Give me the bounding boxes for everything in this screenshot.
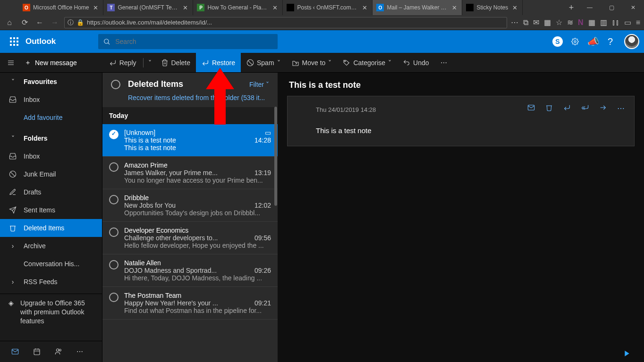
menu-icon[interactable]: ≡ bbox=[636, 18, 640, 27]
profile-avatar[interactable] bbox=[624, 34, 639, 49]
skype-icon[interactable]: S bbox=[552, 36, 563, 47]
browser-tab[interactable]: P How To General - Plan... ✕ bbox=[193, 0, 283, 15]
browser-extensions: ⋯ ⧉ ✉ ▦ ☆ ≋ N ▦ ▥ ⫿⫿ ▭ ≡ bbox=[511, 18, 640, 27]
reload-icon[interactable]: ⟳ bbox=[19, 17, 30, 28]
browser-tab[interactable]: Sticky Notes ✕ bbox=[462, 0, 523, 15]
ext-icon[interactable]: ≋ bbox=[567, 18, 573, 27]
sidebar-item-archive[interactable]: › Archive bbox=[0, 237, 102, 255]
time: 09:21 bbox=[254, 299, 271, 307]
message-item[interactable]: Amazon Prime James Walker, your Prime me… bbox=[102, 157, 278, 189]
home-icon[interactable]: ⌂ bbox=[4, 17, 15, 28]
spam-button[interactable]: Spam ˅ bbox=[241, 53, 286, 72]
sidebar-item-sent[interactable]: Sent Items bbox=[0, 201, 102, 219]
sidebar-item-inbox2[interactable]: Inbox bbox=[0, 147, 102, 165]
minimize-button[interactable]: — bbox=[579, 0, 601, 15]
tab-close-icon[interactable]: ✕ bbox=[92, 4, 99, 11]
select-all-checkbox[interactable] bbox=[111, 80, 120, 89]
message-item[interactable]: [Unknown]▭ This is a test note14:28 This… bbox=[102, 124, 278, 157]
recover-link[interactable]: Recover items deleted from this folder (… bbox=[102, 94, 278, 107]
app-launcher-icon[interactable] bbox=[5, 32, 24, 51]
more-icon[interactable]: ⋯ bbox=[76, 348, 83, 355]
reply-icon[interactable] bbox=[563, 104, 571, 113]
select-checkbox[interactable] bbox=[109, 162, 119, 172]
ext-icon[interactable]: ⧉ bbox=[523, 18, 528, 27]
settings-icon[interactable] bbox=[571, 38, 579, 45]
forward-icon[interactable] bbox=[599, 104, 607, 113]
message-item[interactable]: Dribbble New Jobs for You12:02 Opportuni… bbox=[102, 189, 278, 222]
search-box[interactable] bbox=[98, 34, 278, 49]
browser-tab[interactable]: T General (OnMSFT Team... ✕ bbox=[103, 0, 193, 15]
sidebar-item-rss[interactable]: › RSS Feeds bbox=[0, 273, 102, 291]
upgrade-button[interactable]: ◈ Upgrade to Office 365 with premium Out… bbox=[0, 294, 102, 330]
delete-message-icon[interactable] bbox=[545, 104, 553, 113]
sidebar-item-inbox[interactable]: Inbox bbox=[0, 91, 102, 109]
tab-close-icon[interactable]: ✕ bbox=[271, 4, 279, 11]
sidebar-item-drafts[interactable]: Drafts bbox=[0, 183, 102, 201]
svg-rect-23 bbox=[34, 349, 40, 355]
svg-rect-6 bbox=[10, 44, 12, 46]
folders-header[interactable]: ˅ Folders bbox=[0, 129, 102, 147]
forward-icon[interactable]: → bbox=[49, 17, 60, 28]
reply-all-icon[interactable] bbox=[581, 104, 589, 113]
reply-button[interactable]: Reply bbox=[103, 53, 142, 72]
undo-button[interactable]: Undo bbox=[397, 53, 434, 72]
ext-icon[interactable]: ✉ bbox=[533, 18, 539, 27]
ext-icon[interactable]: ▦ bbox=[588, 18, 595, 27]
tab-close-icon[interactable]: ✕ bbox=[450, 4, 458, 11]
tab-close-icon[interactable]: ✕ bbox=[511, 4, 518, 11]
ext-icon[interactable]: ▭ bbox=[624, 18, 631, 27]
sidebar-item-junk[interactable]: Junk Email bbox=[0, 165, 102, 183]
ext-icon[interactable]: ☆ bbox=[556, 18, 562, 27]
megaphone-icon[interactable]: 📣 bbox=[587, 36, 599, 47]
select-checkbox[interactable] bbox=[109, 260, 119, 269]
ext-icon[interactable]: ▦ bbox=[544, 18, 551, 27]
reply-more-button[interactable]: ˅ bbox=[144, 53, 155, 72]
onenote-icon[interactable]: N bbox=[578, 18, 584, 27]
more-message-icon[interactable]: ⋯ bbox=[617, 104, 625, 113]
new-tab-button[interactable]: + bbox=[564, 0, 579, 15]
tab-close-icon[interactable]: ✕ bbox=[181, 4, 189, 11]
browser-tab[interactable]: O Microsoft Office Home ✕ bbox=[19, 0, 103, 15]
move-to-button[interactable]: Move to ˅ bbox=[286, 53, 338, 72]
tab-label: Posts ‹ OnMSFT.com — Wo... bbox=[297, 4, 358, 11]
browser-tab[interactable]: Posts ‹ OnMSFT.com — Wo... ✕ bbox=[283, 0, 373, 15]
help-icon[interactable]: ? bbox=[608, 36, 613, 47]
ext-icon[interactable]: ▥ bbox=[600, 18, 607, 27]
scrollbar-thumb[interactable] bbox=[274, 107, 277, 206]
new-message-button[interactable]: ＋ New message bbox=[25, 59, 77, 67]
sidebar-item-deleted[interactable]: Deleted Items bbox=[0, 219, 102, 237]
more-actions-button[interactable]: ⋯ bbox=[435, 53, 453, 72]
add-favourite-button[interactable]: Add favourite bbox=[0, 109, 102, 126]
close-window-button[interactable]: ✕ bbox=[622, 0, 644, 15]
filter-button[interactable]: Filter ˅ bbox=[249, 81, 269, 88]
search-input[interactable] bbox=[114, 37, 273, 46]
people-icon[interactable] bbox=[55, 348, 62, 355]
hamburger-icon[interactable] bbox=[0, 59, 22, 67]
restore-button[interactable]: Restore bbox=[196, 53, 241, 72]
browser-titlebar: O Microsoft Office Home ✕T General (OnMS… bbox=[0, 0, 644, 15]
more-icon[interactable]: ⋯ bbox=[511, 18, 518, 27]
categorise-button[interactable]: Categorise ˅ bbox=[337, 53, 397, 72]
tab-close-icon[interactable]: ✕ bbox=[361, 4, 368, 11]
message-item[interactable]: Developer Economics Challenge other deve… bbox=[102, 222, 278, 254]
message-item[interactable]: The Postman Team Happy New Year! Here's … bbox=[102, 287, 278, 320]
tab-label: Mail – James Walker - O... bbox=[387, 4, 448, 11]
select-checkbox[interactable] bbox=[109, 227, 119, 237]
message-item[interactable]: Natalie Allen DOJO Madness and Sportrad.… bbox=[102, 254, 278, 287]
delete-button[interactable]: Delete bbox=[155, 53, 196, 72]
select-checkbox[interactable] bbox=[109, 293, 119, 302]
mail-icon[interactable] bbox=[11, 348, 19, 355]
select-checkbox[interactable] bbox=[109, 195, 119, 204]
ext-icon[interactable]: ⫿⫿ bbox=[612, 18, 619, 27]
maximize-button[interactable]: ▢ bbox=[601, 0, 622, 15]
play-icon[interactable] bbox=[623, 350, 631, 357]
back-icon[interactable]: ← bbox=[34, 17, 45, 28]
nav-sidebar: ˅ Favourites Inbox Add favourite ˅ Folde… bbox=[0, 73, 102, 362]
mark-read-icon[interactable] bbox=[527, 104, 535, 113]
sidebar-item-conversation-history[interactable]: Conversation His... bbox=[0, 255, 102, 273]
favourites-header[interactable]: ˅ Favourites bbox=[0, 73, 102, 91]
browser-tab[interactable]: O Mail – James Walker - O... ✕ bbox=[373, 0, 462, 15]
address-field[interactable]: ⓘ 🔒 https://outlook.live.com/mail/delete… bbox=[64, 17, 507, 28]
select-checkbox[interactable] bbox=[109, 130, 119, 139]
calendar-icon[interactable] bbox=[33, 348, 41, 355]
